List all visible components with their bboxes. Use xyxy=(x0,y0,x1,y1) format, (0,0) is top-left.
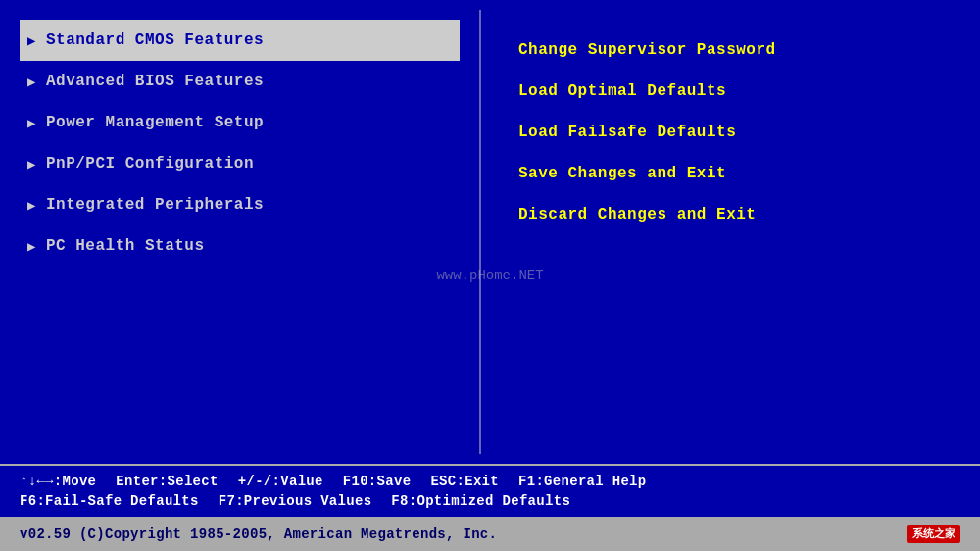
logo-badge: 系统之家 xyxy=(907,525,960,543)
menu-item-label: PnP/PCI Configuration xyxy=(46,155,254,173)
left-menu-item-1[interactable]: ▶Advanced BIOS Features xyxy=(20,61,460,102)
menu-item-label: Advanced BIOS Features xyxy=(46,73,264,90)
left-menu-item-2[interactable]: ▶Power Management Setup xyxy=(20,102,460,143)
help-key-0: ↑↓←→:Move xyxy=(20,474,96,489)
right-menu-item-3[interactable]: Save Changes and Exit xyxy=(511,153,951,194)
right-item-label: Load Optimal Defaults xyxy=(518,82,726,100)
help-row-1: ↑↓←→:MoveEnter:Select+/-/:ValueF10:SaveE… xyxy=(20,474,960,489)
left-menu-item-0[interactable]: ▶Standard CMOS Features xyxy=(20,20,460,61)
right-item-label: Save Changes and Exit xyxy=(518,165,726,182)
help-key-5: F1:General Help xyxy=(518,474,647,489)
help-key-r2-0: F6:Fail-Safe Defaults xyxy=(20,493,199,509)
left-menu-item-3[interactable]: ▶PnP/PCI Configuration xyxy=(20,143,460,184)
bottom-help-bar: ↑↓←→:MoveEnter:Select+/-/:ValueF10:SaveE… xyxy=(0,464,980,517)
logo-area: 系统之家 xyxy=(907,525,960,543)
right-item-label: Discard Changes and Exit xyxy=(518,206,756,224)
help-key-3: F10:Save xyxy=(343,474,412,489)
help-key-r2-1: F7:Previous Values xyxy=(219,493,372,509)
menu-arrow-icon: ▶ xyxy=(27,197,36,214)
right-menu-item-1[interactable]: Load Optimal Defaults xyxy=(511,71,951,112)
copyright-text: v02.59 (C)Copyright 1985-2005, American … xyxy=(20,526,497,542)
menu-arrow-icon: ▶ xyxy=(27,74,36,90)
right-menu-item-4[interactable]: Discard Changes and Exit xyxy=(511,194,951,235)
right-item-label: Load Failsafe Defaults xyxy=(518,124,736,141)
bios-screen: ▶Standard CMOS Features▶Advanced BIOS Fe… xyxy=(0,0,980,551)
menu-arrow-icon: ▶ xyxy=(27,238,36,255)
copyright-bar: v02.59 (C)Copyright 1985-2005, American … xyxy=(0,517,980,551)
help-key-1: Enter:Select xyxy=(116,474,218,489)
menu-arrow-icon: ▶ xyxy=(27,115,36,131)
help-key-2: +/-/:Value xyxy=(238,474,323,489)
left-menu-panel: ▶Standard CMOS Features▶Advanced BIOS Fe… xyxy=(0,10,480,454)
right-menu-item-0[interactable]: Change Supervisor Password xyxy=(511,29,951,71)
left-menu-item-5[interactable]: ▶PC Health Status xyxy=(20,225,460,267)
main-content-area: ▶Standard CMOS Features▶Advanced BIOS Fe… xyxy=(0,0,980,464)
menu-arrow-icon: ▶ xyxy=(27,156,36,173)
left-menu-item-4[interactable]: ▶Integrated Peripherals xyxy=(20,184,460,225)
right-item-label: Change Supervisor Password xyxy=(518,41,776,59)
menu-item-label: Power Management Setup xyxy=(46,114,264,131)
help-key-r2-2: F8:Optimized Defaults xyxy=(391,493,570,509)
right-menu-item-2[interactable]: Load Failsafe Defaults xyxy=(511,112,951,153)
menu-item-label: Integrated Peripherals xyxy=(46,196,264,214)
help-row-2: F6:Fail-Safe DefaultsF7:Previous ValuesF… xyxy=(20,493,960,509)
menu-arrow-icon: ▶ xyxy=(27,32,36,49)
help-key-4: ESC:Exit xyxy=(430,474,499,489)
menu-item-label: PC Health Status xyxy=(46,237,205,255)
menu-item-label: Standard CMOS Features xyxy=(46,31,264,49)
right-menu-panel: Change Supervisor PasswordLoad Optimal D… xyxy=(481,10,980,454)
